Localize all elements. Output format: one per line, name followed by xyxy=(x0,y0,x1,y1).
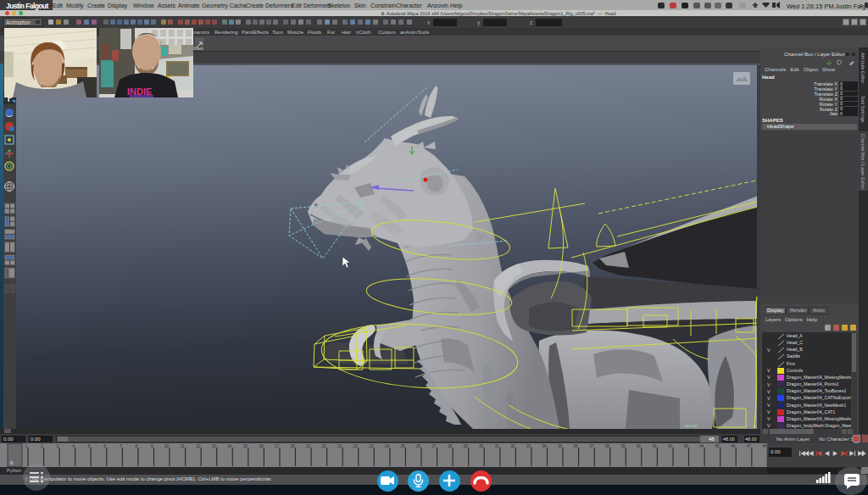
svg-text:44: 44 xyxy=(699,444,704,448)
svg-text:38: 38 xyxy=(605,444,610,448)
svg-text:4: 4 xyxy=(72,444,75,448)
svg-text:10: 10 xyxy=(164,444,170,448)
svg-text:1: 1 xyxy=(25,444,27,448)
svg-text:42: 42 xyxy=(668,444,673,448)
svg-text:9: 9 xyxy=(151,444,153,448)
svg-text:17: 17 xyxy=(275,444,280,448)
svg-text:37: 37 xyxy=(589,444,594,448)
svg-text:22: 22 xyxy=(353,444,359,448)
svg-text:19: 19 xyxy=(306,444,311,448)
svg-text:34: 34 xyxy=(542,444,547,448)
svg-text:26: 26 xyxy=(416,444,421,448)
svg-text:21: 21 xyxy=(337,444,342,448)
svg-text:5: 5 xyxy=(88,444,91,448)
svg-text:8: 8 xyxy=(135,444,137,448)
svg-text:persp: persp xyxy=(685,423,698,428)
svg-text:13: 13 xyxy=(212,444,217,448)
svg-text:23: 23 xyxy=(369,444,374,448)
svg-text:14: 14 xyxy=(227,444,232,448)
svg-text:24: 24 xyxy=(385,444,390,448)
svg-text:30: 30 xyxy=(479,444,484,448)
svg-text:46: 46 xyxy=(731,444,736,448)
svg-text:7: 7 xyxy=(120,444,122,448)
svg-text:33: 33 xyxy=(526,444,531,448)
svg-text:6: 6 xyxy=(103,444,106,448)
svg-text:31: 31 xyxy=(495,444,500,448)
svg-text:48: 48 xyxy=(762,444,767,448)
svg-text:47: 47 xyxy=(747,444,752,448)
svg-text:18: 18 xyxy=(290,444,295,448)
svg-text:28: 28 xyxy=(448,444,453,448)
svg-text:39: 39 xyxy=(620,444,626,448)
svg-text:11: 11 xyxy=(181,444,185,448)
svg-text:15: 15 xyxy=(243,444,248,448)
svg-text:29: 29 xyxy=(464,444,469,448)
svg-text:41: 41 xyxy=(652,444,657,448)
svg-text:36: 36 xyxy=(574,444,579,448)
svg-text:25: 25 xyxy=(400,444,405,448)
svg-text:2: 2 xyxy=(41,444,43,448)
svg-text:32: 32 xyxy=(510,444,515,448)
svg-text:40: 40 xyxy=(637,444,642,448)
svg-text:45: 45 xyxy=(715,444,721,448)
svg-text:35: 35 xyxy=(558,444,563,448)
svg-text:20: 20 xyxy=(322,444,327,448)
svg-text:12: 12 xyxy=(196,444,201,448)
svg-text:43: 43 xyxy=(683,444,688,448)
svg-text:16: 16 xyxy=(259,444,264,448)
svg-text:27: 27 xyxy=(432,444,437,448)
svg-text:3: 3 xyxy=(57,444,59,448)
